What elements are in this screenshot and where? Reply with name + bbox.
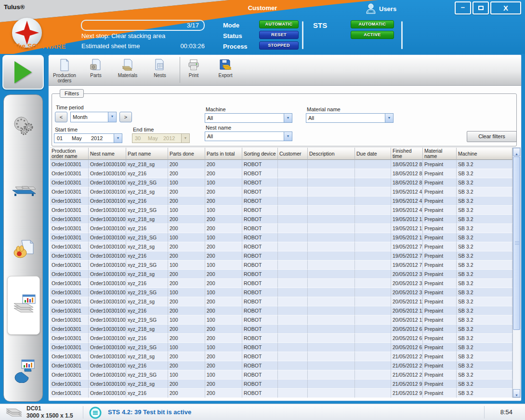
sidebar-item-statistics[interactable] <box>4 359 43 383</box>
table-row[interactable]: Order100301Order100301001xyz_219_SG10010… <box>50 206 512 215</box>
sts-active-indicator[interactable]: ACTIVE <box>351 31 394 39</box>
table-cell <box>355 352 391 361</box>
sheet-time-value: 00:03:26 <box>180 42 205 50</box>
table-row[interactable]: Order100301Order100301001xyz_218_sg20020… <box>50 352 512 361</box>
table-cell <box>355 242 391 251</box>
nest-filter-select[interactable]: All ▼ <box>205 131 292 141</box>
table-row[interactable]: Order100301Order100301001xyz_219_SG10010… <box>50 370 512 380</box>
scrollbar-thumb[interactable] <box>513 157 520 330</box>
dropdown-button[interactable]: ▼ <box>284 132 292 141</box>
table-cell: SB 3.2 <box>457 169 512 178</box>
toolbar-print[interactable]: Print <box>178 58 210 78</box>
column-header-parts-done[interactable]: Parts done <box>168 147 205 160</box>
toolbar-nests[interactable]: Nests <box>144 58 176 78</box>
machine-filter-select[interactable]: All ▼ <box>205 113 292 123</box>
mode-indicator[interactable]: AUTOMATIC <box>259 20 299 28</box>
toolbar-export[interactable]: Export <box>210 58 241 78</box>
table-row[interactable]: Order100301Order100301001xyz_218_sg20020… <box>50 242 512 251</box>
time-period-select[interactable]: Month ▼ <box>70 112 117 122</box>
table-row[interactable]: Order100301Order100301001xyz_216200200RO… <box>50 389 512 398</box>
table-row[interactable]: Order100301Order100301001xyz_216200200RO… <box>50 224 512 233</box>
table-row[interactable]: Order100301Order100301001xyz_218_sg20020… <box>50 380 512 389</box>
start-time-select[interactable]: 01 May 2012 ▼ <box>54 133 122 143</box>
dropdown-button[interactable]: ▼ <box>284 114 292 122</box>
table-row[interactable]: Order100301Order100301001xyz_219_SG10010… <box>50 261 512 270</box>
table-row[interactable]: Order100301Order100301001xyz_218_sg20020… <box>50 297 512 306</box>
table-cell: ROBOT <box>242 178 278 187</box>
toolbar-materials[interactable]: Materials <box>112 58 144 78</box>
table-row[interactable]: Order100301Order100301001xyz_219_SG10010… <box>50 315 512 325</box>
sts-mode-indicator[interactable]: AUTOMATIC <box>351 20 394 28</box>
column-header-machine[interactable]: Machine <box>457 147 512 160</box>
start-machine-button[interactable] <box>2 55 44 90</box>
column-header-due-date[interactable]: Due date <box>355 147 391 160</box>
column-header-material-name[interactable]: Material name <box>423 147 457 160</box>
status-indicator[interactable]: RESET <box>259 31 299 39</box>
table-row[interactable]: Order100301Order100301001xyz_218_sg20020… <box>50 215 512 224</box>
column-header-finished-time[interactable]: Finished time <box>391 147 423 160</box>
message-list-icon[interactable] <box>89 407 102 419</box>
table-cell: Order100301 <box>50 187 89 197</box>
minimize-button[interactable]: – <box>455 1 471 14</box>
table-cell: ROBOT <box>242 315 278 325</box>
dropdown-button[interactable]: ▼ <box>108 112 116 122</box>
column-header-sorting-device[interactable]: Sorting device <box>242 147 278 160</box>
sidebar-item-tooling[interactable] <box>4 115 43 137</box>
app-name: Tulus® <box>4 3 25 11</box>
table-row[interactable]: Order100301Order100301001xyz_219_SG10010… <box>50 288 512 297</box>
column-header-nest-name[interactable]: Nest name <box>89 147 126 160</box>
table-row[interactable]: Order100301Order100301001xyz_216200200RO… <box>50 361 512 370</box>
table-row[interactable]: Order100301Order100301001xyz_218_sg20020… <box>50 270 512 279</box>
table-cell: Prepaint <box>423 206 457 215</box>
table-cell: ROBOT <box>242 352 278 361</box>
dropdown-button[interactable]: ▼ <box>385 114 393 122</box>
process-indicator[interactable]: STOPPED <box>259 41 299 50</box>
table-row[interactable]: Order100301Order100301001xyz_218_sg20020… <box>50 187 512 197</box>
table-row[interactable]: Order100301Order100301001xyz_216200200RO… <box>50 251 512 261</box>
table-row[interactable]: Order100301Order100301001xyz_219_SG10010… <box>50 233 512 242</box>
scroll-up-button[interactable]: ▲ <box>513 148 520 156</box>
dropdown-button[interactable]: ▼ <box>114 134 122 143</box>
table-cell: 20/05/2012 6:38 <box>391 334 423 343</box>
column-header-description[interactable]: Description <box>308 147 355 160</box>
column-header-parts-in-total[interactable]: Parts in total <box>205 147 242 160</box>
table-cell <box>355 197 391 206</box>
table-cell: Prepaint <box>423 389 457 398</box>
prev-period-button[interactable]: < <box>55 112 67 122</box>
table-row[interactable]: Order100301Order100301001xyz_216200200RO… <box>50 306 512 315</box>
toolbar-production-orders[interactable]: Production orders <box>49 58 80 83</box>
sidebar-item-reports-selected[interactable] <box>7 276 40 335</box>
table-cell: Prepaint <box>423 233 457 242</box>
table-row[interactable]: Order100301Order100301001xyz_216200200RO… <box>50 197 512 206</box>
table-cell: Order100301001 <box>89 242 126 251</box>
table-row[interactable]: Order100301Order100301001xyz_219_SG10010… <box>50 343 512 352</box>
vertical-scrollbar[interactable]: ▲ ▼ <box>512 147 521 398</box>
table-row[interactable]: Order100301Order100301001xyz_216200200RO… <box>50 334 512 343</box>
material-filter-select[interactable]: All ▼ <box>306 113 394 123</box>
next-period-button[interactable]: > <box>119 112 132 122</box>
sidebar-item-part-handling[interactable] <box>4 238 43 262</box>
sidebar-item-sheet-loading[interactable] <box>4 181 43 197</box>
column-header-customer[interactable]: Customer <box>278 147 308 160</box>
close-button[interactable]: X <box>490 1 521 14</box>
clear-filters-button[interactable]: Clear filters <box>467 131 517 142</box>
table-row[interactable]: Order100301Order100301001xyz_216200200RO… <box>50 279 512 288</box>
table-row[interactable]: Order100301Order100301001xyz_218_sg20020… <box>50 325 512 334</box>
users-label: Users <box>379 5 396 13</box>
table-cell: Order100301 <box>50 389 89 398</box>
table-row[interactable]: Order100301Order100301001xyz_216200200RO… <box>50 169 512 178</box>
scroll-down-button[interactable]: ▼ <box>513 389 520 397</box>
column-header-production-order-name[interactable]: Production order name <box>50 147 89 160</box>
table-cell: xyz_218_sg <box>126 242 168 251</box>
toolbar-parts[interactable]: Parts <box>80 58 112 78</box>
table-cell: 19/05/2012 7:44 <box>391 242 423 251</box>
table-cell <box>308 206 355 215</box>
table-cell: xyz_218_sg <box>126 215 168 224</box>
table-cell: 100 <box>168 370 205 380</box>
table-row[interactable]: Order100301Order100301001xyz_218_sg20020… <box>50 160 512 169</box>
column-header-part-name[interactable]: Part name <box>126 147 168 160</box>
table-row[interactable]: Order100301Order100301001xyz_219_SG10010… <box>50 178 512 187</box>
table-cell: 100 <box>168 178 205 187</box>
maximize-button[interactable] <box>472 1 489 14</box>
users-menu[interactable]: Users <box>366 3 396 14</box>
